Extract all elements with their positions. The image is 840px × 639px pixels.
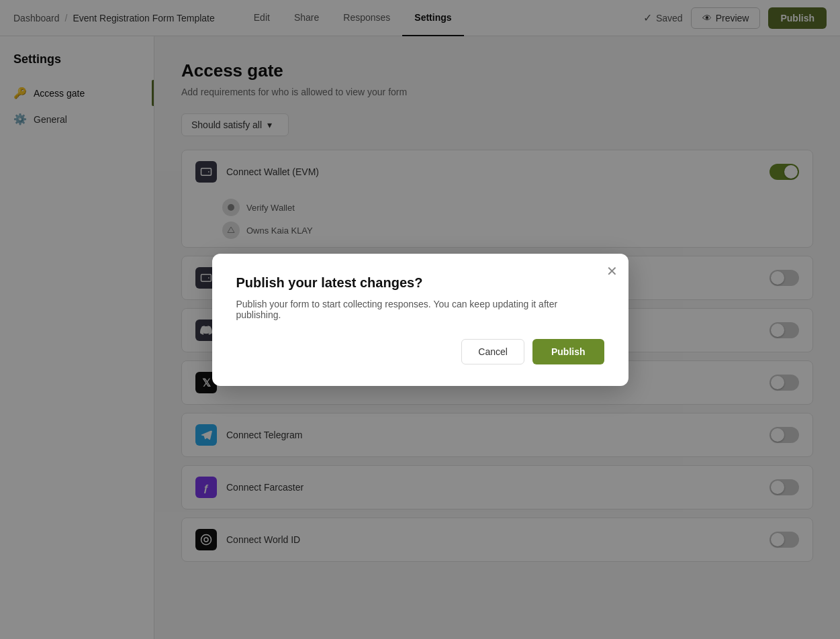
modal-actions: Cancel Publish bbox=[236, 339, 604, 364]
modal-close-button[interactable]: ✕ bbox=[606, 264, 618, 278]
modal-body: Publish your form to start collecting re… bbox=[236, 299, 604, 320]
modal-overlay[interactable]: ✕ Publish your latest changes? Publish y… bbox=[0, 0, 840, 639]
modal-title: Publish your latest changes? bbox=[236, 275, 604, 291]
publish-modal: ✕ Publish your latest changes? Publish y… bbox=[212, 254, 628, 386]
cancel-button[interactable]: Cancel bbox=[461, 339, 524, 364]
publish-button-modal[interactable]: Publish bbox=[532, 339, 604, 364]
